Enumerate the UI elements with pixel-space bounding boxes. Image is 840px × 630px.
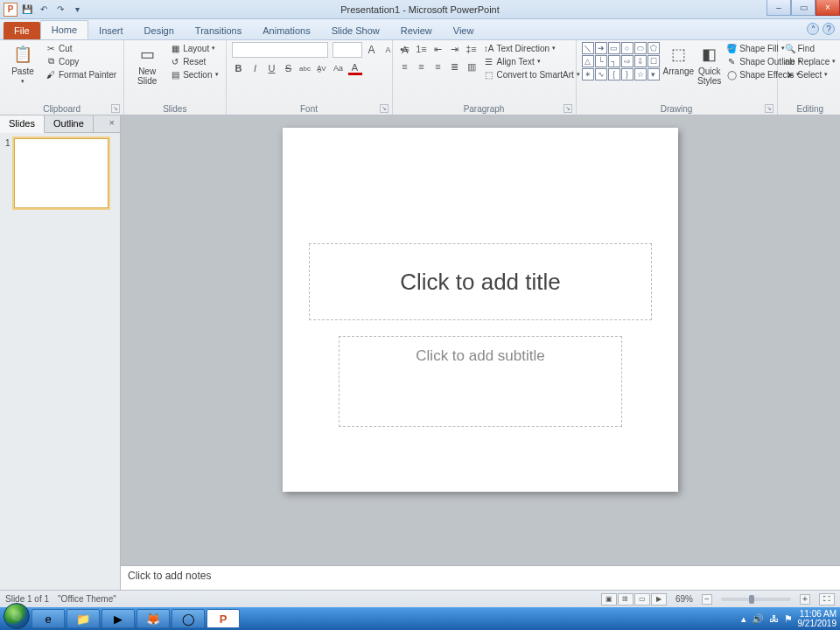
shape-oval-icon[interactable]: ○ (621, 42, 634, 54)
help-icon[interactable]: ? (822, 23, 835, 35)
taskbar-powerpoint-icon[interactable]: P (206, 609, 240, 628)
tab-design[interactable]: Design (134, 22, 185, 39)
tab-view[interactable]: View (443, 22, 485, 39)
shape-brace-icon[interactable]: { (608, 68, 620, 80)
text-shadow-button[interactable]: abc (298, 61, 312, 75)
shape-star-icon[interactable]: ✶ (582, 68, 594, 80)
redo-icon[interactable]: ↷ (53, 3, 67, 17)
subtitle-placeholder[interactable]: Click to add subtitle (339, 336, 622, 427)
text-direction-button[interactable]: ↕AText Direction ▾ (482, 42, 582, 54)
save-icon[interactable]: 💾 (20, 3, 34, 17)
slide-canvas[interactable]: Click to add title Click to add subtitle (121, 116, 840, 565)
shape-arrow3-icon[interactable]: ⇩ (634, 55, 647, 67)
taskbar-chrome-icon[interactable]: ◯ (172, 609, 205, 628)
clipboard-launcher-icon[interactable]: ↘ (111, 104, 120, 113)
shape-tri-icon[interactable]: △ (582, 55, 594, 67)
tab-transitions[interactable]: Transitions (185, 22, 252, 39)
tray-volume-icon[interactable]: 🔊 (752, 613, 764, 625)
justify-icon[interactable]: ≣ (448, 60, 462, 74)
tray-network-icon[interactable]: 🖧 (769, 613, 779, 624)
zoom-in-icon[interactable]: + (800, 594, 810, 605)
minimize-ribbon-icon[interactable]: ˄ (807, 23, 819, 35)
shape-star2-icon[interactable]: ☆ (634, 68, 647, 80)
tray-clock[interactable]: 11:06 AM 9/21/2019 (798, 609, 837, 628)
tab-animations[interactable]: Animations (252, 22, 320, 39)
slideshow-view-icon[interactable]: ▶ (651, 593, 667, 606)
strike-button[interactable]: S (282, 61, 296, 75)
grow-font-icon[interactable]: A (365, 43, 379, 57)
taskbar-explorer-icon[interactable]: 📁 (66, 609, 100, 628)
align-left-icon[interactable]: ≡ (398, 60, 412, 74)
arrange-button[interactable]: ⬚ Arrange (663, 42, 695, 76)
align-right-icon[interactable]: ≡ (431, 60, 445, 74)
italic-button[interactable]: I (248, 61, 262, 75)
increase-indent-icon[interactable]: ⇥ (448, 42, 462, 56)
new-slide-button[interactable]: ▭ New Slide (130, 42, 164, 86)
tab-review[interactable]: Review (390, 22, 443, 39)
replace-button[interactable]: abReplace ▾ (783, 55, 838, 67)
thumbnail-preview[interactable] (14, 138, 108, 208)
line-spacing-icon[interactable]: ‡≡ (465, 42, 479, 56)
numbering-icon[interactable]: 1≡ (415, 42, 429, 56)
align-text-button[interactable]: ☰Align Text ▾ (482, 55, 582, 67)
bold-button[interactable]: B (232, 61, 246, 75)
slide[interactable]: Click to add title Click to add subtitle (283, 128, 678, 492)
decrease-indent-icon[interactable]: ⇤ (431, 42, 445, 56)
tab-slide-show[interactable]: Slide Show (321, 22, 390, 39)
shape-rounded-icon[interactable]: ⬭ (634, 42, 647, 54)
fit-window-icon[interactable]: ⛶ (819, 593, 835, 606)
undo-icon[interactable]: ↶ (37, 3, 51, 17)
shape-arrow-icon[interactable]: ➔ (595, 42, 607, 54)
change-case-button[interactable]: Aa (332, 61, 346, 75)
select-button[interactable]: ➤Select ▾ (783, 68, 838, 80)
underline-button[interactable]: U (265, 61, 279, 75)
cut-button[interactable]: ✂Cut (44, 42, 118, 54)
sorter-view-icon[interactable]: ⊞ (618, 593, 634, 606)
font-family-select[interactable] (232, 42, 328, 58)
bullets-icon[interactable]: •≡ (398, 42, 412, 56)
layout-button[interactable]: ▦Layout ▾ (168, 42, 220, 54)
convert-smartart-button[interactable]: ⬚Convert to SmartArt ▾ (482, 68, 582, 80)
close-button[interactable]: × (816, 0, 840, 16)
title-placeholder[interactable]: Click to add title (309, 243, 652, 320)
shape-brace2-icon[interactable]: } (621, 68, 634, 80)
side-tab-slides[interactable]: Slides (0, 116, 45, 133)
shape-elbow2-icon[interactable]: ┐ (608, 55, 620, 67)
start-button[interactable] (4, 603, 30, 629)
section-button[interactable]: ▤Section ▾ (168, 68, 220, 80)
font-launcher-icon[interactable]: ↘ (380, 104, 388, 113)
shape-callout-icon[interactable]: ☐ (648, 55, 660, 67)
minimize-button[interactable]: – (766, 0, 791, 16)
taskbar-media-icon[interactable]: ▶ (102, 609, 135, 628)
shape-rect-icon[interactable]: ▭ (608, 42, 620, 54)
quick-styles-button[interactable]: ◧ Quick Styles (697, 42, 721, 86)
reading-view-icon[interactable]: ▭ (634, 593, 650, 606)
shapes-gallery[interactable]: ＼ ➔ ▭ ○ ⬭ ⬠ △ └ ┐ ⇨ ⇩ ☐ ✶ ∿ { } ☆ ▾ (582, 42, 660, 80)
font-color-button[interactable]: A (348, 61, 362, 75)
tab-home[interactable]: Home (40, 20, 88, 39)
find-button[interactable]: 🔍Find (783, 42, 838, 54)
tab-insert[interactable]: Insert (88, 22, 134, 39)
side-panel-close-icon[interactable]: × (104, 116, 120, 132)
paragraph-launcher-icon[interactable]: ↘ (564, 104, 572, 113)
font-size-select[interactable] (332, 42, 362, 58)
zoom-out-icon[interactable]: − (702, 594, 712, 605)
shape-arrow2-icon[interactable]: ⇨ (621, 55, 634, 67)
qat-customize-icon[interactable]: ▾ (70, 3, 84, 17)
columns-icon[interactable]: ▥ (465, 60, 479, 74)
shape-curve-icon[interactable]: ∿ (595, 68, 607, 80)
tray-flag-icon[interactable]: ⚑ (784, 613, 793, 625)
notes-pane[interactable]: Click to add notes (121, 565, 840, 590)
shape-more1-icon[interactable]: ⬠ (648, 42, 660, 54)
normal-view-icon[interactable]: ▣ (601, 593, 617, 606)
reset-button[interactable]: ↺Reset (168, 55, 220, 67)
taskbar-firefox-icon[interactable]: 🦊 (136, 609, 170, 628)
shape-elbow-icon[interactable]: └ (595, 55, 607, 67)
char-spacing-button[interactable]: A͍V (315, 61, 329, 75)
copy-button[interactable]: ⧉Copy (44, 55, 118, 67)
align-center-icon[interactable]: ≡ (415, 60, 429, 74)
drawing-launcher-icon[interactable]: ↘ (765, 104, 774, 113)
side-tab-outline[interactable]: Outline (45, 116, 94, 132)
zoom-slider[interactable] (721, 598, 791, 601)
maximize-button[interactable]: ▭ (791, 0, 816, 16)
